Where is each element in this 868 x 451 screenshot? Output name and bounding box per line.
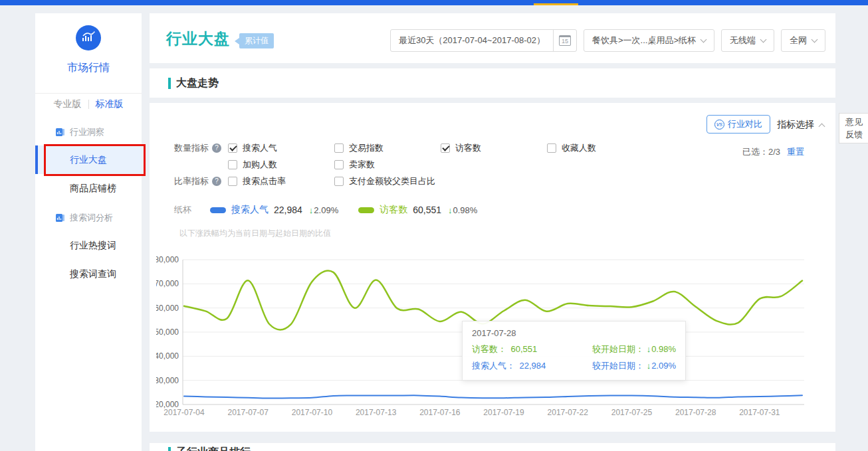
metric-checkbox-收藏人数[interactable]: 收藏人数 [547, 141, 653, 155]
quantity-metric-label: 数量指标 ? [174, 141, 228, 155]
page-header: 行业大盘 累计值 最近30天（2017-07-04~2017-08-02） 15… [150, 13, 835, 63]
metric-checkbox-加购人数[interactable]: 加购人数 [228, 158, 334, 171]
legend-swatch [358, 207, 374, 213]
checkbox-icon[interactable] [441, 143, 450, 153]
ratio-metric-label: 比率指标 ? [174, 175, 228, 188]
sidebar-menu: 行业洞察行业大盘商品店铺榜搜索词分析行业热搜词搜索词查询 [35, 119, 142, 288]
checkbox-icon[interactable] [228, 143, 237, 153]
sidebar-item-搜索词查询[interactable]: 搜索词查询 [35, 260, 142, 288]
svg-text:2017-07-31: 2017-07-31 [739, 408, 780, 417]
svg-text:70,000: 70,000 [156, 279, 179, 288]
sidebar-item-行业热搜词[interactable]: 行业热搜词 [35, 231, 142, 260]
down-arrow-icon: ↓ [448, 205, 453, 215]
help-icon[interactable]: ? [212, 143, 221, 153]
feedback-line2: 反馈 [845, 128, 868, 141]
help-icon[interactable]: ? [212, 177, 221, 186]
metric-checkbox-搜索点击率[interactable]: 搜索点击率 [228, 175, 334, 188]
metric-checkbox-卖家数[interactable]: 卖家数 [334, 158, 441, 171]
metric-select-toggle[interactable]: 指标选择 [777, 119, 824, 131]
sidebar-item-行业大盘[interactable]: 行业大盘 [35, 145, 142, 174]
top-nav-bar [0, 0, 868, 5]
compare-label: 行业对比 [728, 118, 762, 130]
metric-checkbox-搜索人气[interactable]: 搜索人气 [228, 141, 334, 155]
badge-arrow [235, 38, 239, 45]
metric-checkbox-area: 数量指标 ? 搜索人气交易指数访客数收藏人数加购人数卖家数 比率指标 ? 搜索点… [174, 141, 653, 191]
category-select[interactable]: 餐饮具>一次...桌用品>纸杯 [584, 29, 714, 52]
device-value: 无线端 [730, 35, 756, 46]
checkbox-icon[interactable] [334, 143, 344, 153]
sidebar-group-行业洞察: 行业洞察 [35, 119, 142, 145]
sidebar-group-搜索词分析: 搜索词分析 [35, 205, 142, 231]
feedback-tab[interactable]: 意见 反馈 [839, 113, 868, 143]
chevron-down-icon [812, 36, 818, 43]
reset-link[interactable]: 重置 [787, 146, 804, 158]
device-select[interactable]: 无线端 [721, 29, 774, 52]
metric-checkbox-访客数[interactable]: 访客数 [441, 141, 547, 155]
section-marker [168, 78, 171, 89]
next-section-title: 子行业商品排行 [176, 446, 251, 451]
down-arrow-icon: ↓ [309, 205, 314, 215]
legend-item-访客数[interactable]: 访客数60,551↓0.98% [358, 204, 477, 216]
trend-chart-icon [76, 25, 101, 50]
cumulative-badge: 累计值 [239, 33, 274, 48]
section-header: 大盘走势 [150, 68, 835, 98]
svg-text:2017-07-04: 2017-07-04 [163, 408, 205, 417]
trend-panel: vs 行业对比 指标选择 数量指标 ? 搜索人气交易指数访客数收藏人数加购人数卖… [150, 103, 835, 432]
legend-category: 纸杯 [174, 204, 191, 216]
report-icon [55, 128, 65, 137]
tab-standard[interactable]: 标准版 [89, 98, 130, 110]
checkbox-icon[interactable] [228, 160, 237, 169]
brand: 市场行情 [35, 13, 142, 75]
chart-tooltip: 2017-07-28 访客数： 60,551较开始日期： ↓0.98%搜索人气：… [462, 321, 686, 381]
active-indicator [35, 145, 38, 174]
ratio-options: 搜索点击率支付金额较父类目占比 [228, 175, 653, 188]
checkbox-icon[interactable] [334, 177, 344, 186]
next-section-clipped: 子行业商品排行 [150, 443, 835, 451]
scope-value: 全网 [790, 35, 807, 46]
quantity-options: 搜索人气交易指数访客数收藏人数加购人数卖家数 [228, 141, 653, 171]
chevron-down-icon [760, 36, 767, 43]
selected-count: 已选：2/3 [742, 146, 780, 158]
scope-select[interactable]: 全网 [781, 29, 825, 52]
checkbox-icon[interactable] [334, 160, 344, 169]
metric-checkbox-交易指数[interactable]: 交易指数 [334, 141, 441, 155]
svg-text:2017-07-07: 2017-07-07 [228, 408, 269, 417]
svg-text:60,000: 60,000 [156, 304, 179, 313]
checkbox-icon[interactable] [228, 177, 237, 186]
metric-checkbox-支付金额较父类目占比[interactable]: 支付金额较父类目占比 [334, 175, 441, 188]
legend-items: 搜索人气22,984↓2.09%访客数60,551↓0.98% [210, 204, 497, 216]
svg-text:50,000: 50,000 [156, 327, 179, 337]
tooltip-row-搜索人气: 搜索人气： 22,984较开始日期： ↓2.09% [472, 360, 676, 372]
svg-text:2017-07-22: 2017-07-22 [548, 408, 589, 417]
svg-text:2017-07-25: 2017-07-25 [611, 408, 653, 417]
checkbox-icon[interactable] [547, 143, 556, 153]
tooltip-date: 2017-07-28 [472, 328, 676, 338]
tooltip-row-访客数: 访客数： 60,551较开始日期： ↓0.98% [472, 343, 676, 355]
divider [35, 93, 142, 94]
chart-note: 以下涨跌幅均为当前日期与起始日期的比值 [179, 228, 331, 239]
industry-compare-button[interactable]: vs 行业对比 [706, 115, 770, 134]
tab-pro[interactable]: 专业版 [47, 98, 88, 110]
header-controls: 最近30天（2017-07-04~2017-08-02） 15 餐饮具>一次..… [390, 29, 825, 52]
svg-text:2017-07-10: 2017-07-10 [292, 408, 333, 417]
calendar-icon: 15 [559, 35, 571, 46]
badge-wrap: 累计值 [235, 33, 274, 48]
sidebar-item-商品店铺榜[interactable]: 商品店铺榜 [35, 174, 142, 203]
report-icon [55, 213, 65, 223]
date-range-picker[interactable]: 最近30天（2017-07-04~2017-08-02） 15 [390, 29, 577, 52]
vs-icon: vs [714, 120, 724, 130]
brand-label: 市场行情 [35, 61, 142, 75]
version-tabs: 专业版 标准版 [35, 98, 142, 110]
svg-text:2017-07-13: 2017-07-13 [356, 408, 397, 417]
sidebar: 市场行情 专业版 标准版 行业洞察行业大盘商品店铺榜搜索词分析行业热搜词搜索词查… [35, 13, 142, 451]
legend-item-搜索人气[interactable]: 搜索人气22,984↓2.09% [210, 204, 338, 216]
chevron-up-icon [819, 123, 825, 130]
svg-text:2017-07-19: 2017-07-19 [483, 408, 524, 417]
svg-text:80,000: 80,000 [156, 255, 179, 264]
chart-legend: 纸杯 搜索人气22,984↓2.09%访客数60,551↓0.98% [174, 204, 497, 216]
legend-swatch [210, 207, 226, 213]
feedback-line1: 意见 [845, 116, 868, 128]
date-range-value: 最近30天（2017-07-04~2017-08-02） [391, 35, 553, 46]
chevron-down-icon [701, 36, 707, 43]
page-title: 行业大盘 [166, 29, 230, 49]
